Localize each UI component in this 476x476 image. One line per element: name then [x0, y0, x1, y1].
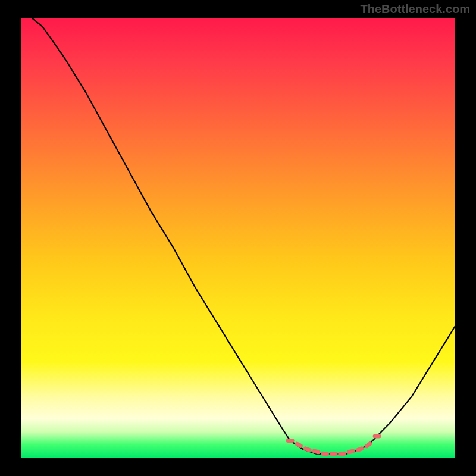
- plot-area: [21, 18, 455, 458]
- bottleneck-curve-path: [21, 18, 455, 454]
- highlight-dash: [312, 449, 321, 455]
- highlight-dash: [338, 451, 347, 456]
- highlight-dash: [355, 446, 365, 453]
- highlight-dash: [294, 441, 303, 449]
- highlight-dash: [286, 439, 295, 443]
- highlight-markers: [286, 434, 381, 456]
- highlight-dash: [330, 452, 338, 456]
- highlight-dash: [321, 451, 330, 456]
- watermark-text: TheBottleneck.com: [361, 2, 470, 16]
- highlight-dash: [346, 449, 355, 455]
- chart-svg: [21, 18, 455, 458]
- highlight-dash: [373, 434, 381, 439]
